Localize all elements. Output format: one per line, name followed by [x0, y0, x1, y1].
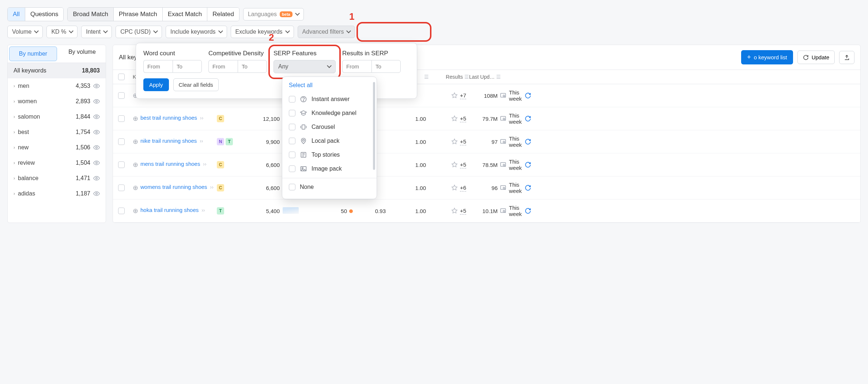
serp-preview-icon[interactable] [500, 161, 506, 168]
star-icon[interactable] [451, 184, 458, 191]
checkbox[interactable] [289, 184, 295, 190]
results-serp-from[interactable] [342, 60, 371, 73]
star-icon[interactable] [451, 161, 458, 168]
clear-all-button[interactable]: Clear all fields [173, 78, 219, 91]
tab-questions[interactable]: Questions [25, 8, 64, 21]
row-checkbox[interactable] [118, 115, 125, 122]
serp-features-select[interactable]: Any [273, 60, 336, 73]
checkbox[interactable] [289, 96, 295, 102]
serp-feature-item[interactable]: Knowledge panel [282, 106, 377, 120]
filter-exclude-keywords[interactable]: Exclude keywords [231, 26, 294, 38]
refresh-icon[interactable] [525, 161, 531, 168]
refresh-icon[interactable] [525, 115, 531, 122]
checkbox[interactable] [289, 152, 295, 158]
results-serp-to[interactable] [371, 60, 401, 73]
checkbox[interactable] [289, 110, 295, 116]
languages-dropdown[interactable]: Languages beta [243, 8, 304, 20]
select-all-link[interactable]: Select all [282, 82, 377, 92]
serp-preview-icon[interactable] [500, 184, 506, 191]
sidebar-item[interactable]: ›review 1,504 [8, 155, 106, 171]
serp-feature-item[interactable]: Local pack [282, 134, 377, 148]
comp-density-from[interactable] [208, 60, 238, 73]
filter-intent[interactable]: Intent [81, 26, 112, 38]
refresh-icon[interactable] [525, 184, 531, 191]
tab-broad-match[interactable]: Broad Match [68, 8, 113, 21]
refresh-icon[interactable] [525, 208, 531, 214]
keyword-link[interactable]: womens trail running shoes [140, 184, 207, 190]
cell-sf[interactable]: +5 [460, 161, 466, 168]
add-icon[interactable]: ⊕ [133, 184, 138, 192]
add-icon[interactable]: ⊕ [133, 115, 138, 123]
filter-include-keywords[interactable]: Include keywords [166, 26, 227, 38]
col-last-updated[interactable]: Last Upd… ☰ [469, 74, 509, 80]
sidebar-item[interactable]: ›women 2,893 [8, 94, 106, 109]
tab-all[interactable]: All [8, 8, 25, 21]
export-button[interactable] [839, 51, 854, 64]
checkbox[interactable] [289, 138, 295, 144]
sidebar-tab-by-number[interactable]: By number [9, 46, 57, 61]
cell-sf[interactable]: +5 [460, 138, 466, 145]
filter-volume[interactable]: Volume [7, 26, 43, 38]
keyword-link[interactable]: mens trail running shoes [140, 161, 200, 167]
serp-feature-item[interactable]: Instant answer [282, 92, 377, 106]
word-count-from[interactable] [143, 60, 173, 73]
chevron-down-icon [103, 30, 107, 34]
cell-sf[interactable]: +5 [460, 208, 466, 215]
select-all-checkbox[interactable] [118, 74, 125, 80]
star-icon[interactable] [451, 92, 458, 99]
keyword-link[interactable]: hoka trail running shoes [140, 207, 199, 213]
serp-item-none[interactable]: None [282, 180, 377, 194]
serp-feature-item[interactable]: Top stories [282, 148, 377, 162]
tab-exact-match[interactable]: Exact Match [163, 8, 208, 21]
serp-preview-icon[interactable] [500, 208, 506, 214]
serp-feature-item[interactable]: Carousel [282, 120, 377, 134]
filter-cpc[interactable]: CPC (USD) [116, 26, 162, 38]
beta-badge: beta [280, 11, 293, 17]
svg-rect-22 [302, 125, 305, 129]
keyword-link[interactable]: best trail running shoes [140, 115, 197, 121]
star-icon[interactable] [451, 115, 458, 122]
filter-kd[interactable]: KD % [46, 26, 78, 38]
sidebar-item[interactable]: ›balance 1,471 [8, 171, 106, 186]
comp-density-to[interactable] [238, 60, 267, 73]
serp-feature-item[interactable]: Image pack [282, 162, 377, 176]
sidebar-item[interactable]: ›men 4,353 [8, 78, 106, 94]
add-icon[interactable]: ⊕ [133, 138, 138, 146]
row-checkbox[interactable] [118, 138, 125, 145]
col-results[interactable]: Results ☰ [429, 74, 469, 80]
serp-preview-icon[interactable] [500, 138, 506, 145]
checkbox[interactable] [289, 165, 295, 172]
row-checkbox[interactable] [118, 184, 125, 191]
checkbox[interactable] [289, 124, 295, 130]
keyword-link[interactable]: nike trail running shoes [140, 138, 197, 144]
update-button[interactable]: Update [797, 51, 835, 64]
cell-sf[interactable]: +5 [460, 115, 466, 122]
sidebar-item[interactable]: ›salomon 1,844 [8, 109, 106, 124]
serp-preview-icon[interactable] [500, 115, 506, 122]
add-icon[interactable]: ⊕ [133, 161, 138, 169]
star-icon[interactable] [451, 138, 458, 145]
sidebar-item[interactable]: ›adidas 1,187 [8, 186, 106, 201]
row-checkbox[interactable] [118, 161, 125, 168]
filter-advanced[interactable]: Advanced filters [298, 26, 355, 38]
cell-sf[interactable]: +6 [460, 184, 466, 191]
cell-sf[interactable]: +7 [460, 92, 466, 99]
word-count-to[interactable] [173, 60, 202, 73]
refresh-icon[interactable] [525, 92, 531, 99]
sidebar-item[interactable]: ›new 1,506 [8, 140, 106, 155]
scrollbar[interactable] [373, 82, 375, 170]
refresh-icon[interactable] [525, 138, 531, 145]
star-icon[interactable] [451, 208, 458, 214]
sidebar-tab-by-volume[interactable]: By volume [59, 45, 106, 63]
tab-phrase-match[interactable]: Phrase Match [114, 8, 163, 21]
row-checkbox[interactable] [118, 208, 125, 214]
add-icon[interactable]: ⊕ [133, 207, 138, 215]
row-checkbox[interactable] [118, 92, 125, 99]
sidebar-all-keywords[interactable]: All keywords 18,803 [8, 63, 106, 78]
add-to-keyword-list-button[interactable]: +o keyword list [741, 50, 793, 64]
serp-preview-icon[interactable] [500, 92, 506, 99]
apply-button[interactable]: Apply [143, 78, 169, 91]
sidebar-item[interactable]: ›best 1,754 [8, 124, 106, 140]
tab-related[interactable]: Related [207, 8, 239, 21]
sidebar-item-count: 1,187 [76, 190, 90, 197]
